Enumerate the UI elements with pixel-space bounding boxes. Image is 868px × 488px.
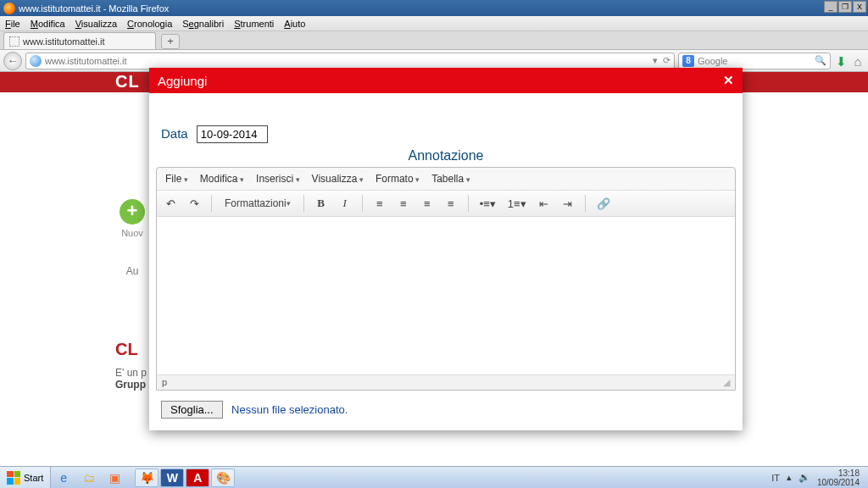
tab-label: www.istitutomattei.it: [23, 36, 105, 47]
lang-indicator[interactable]: IT: [771, 473, 780, 483]
align-right-button[interactable]: ≡: [417, 194, 437, 213]
editor-menu-tabella[interactable]: Tabella: [431, 173, 470, 185]
separator: [468, 195, 469, 212]
menu-segnalibri[interactable]: Segnalibri: [182, 19, 224, 29]
taskbar-explorer-icon[interactable]: 🗂: [77, 469, 101, 487]
taskbar-icons: e 🗂 ▣ 🦊 W A 🎨: [51, 467, 236, 488]
start-label: Start: [24, 473, 43, 483]
number-list-button[interactable]: 1≡▾: [504, 194, 531, 213]
italic-button[interactable]: I: [335, 194, 355, 213]
menu-cronologia[interactable]: Cronologia: [127, 19, 172, 29]
start-button[interactable]: Start: [0, 467, 51, 488]
redo-button[interactable]: ↷: [184, 194, 204, 213]
url-bar[interactable]: www.istitutomattei.it ▾ ⟳: [25, 53, 675, 69]
format-dropdown[interactable]: Formattazioni: [219, 194, 297, 213]
left-au-label: Au: [115, 265, 149, 277]
menu-visualizza[interactable]: Visualizza: [75, 19, 117, 29]
align-left-button[interactable]: ≡: [370, 194, 390, 213]
search-icon[interactable]: 🔍: [815, 55, 826, 66]
add-circle-icon[interactable]: +: [120, 199, 145, 225]
modal-header: Aggiungi ✕: [149, 68, 743, 93]
back-button[interactable]: ←: [3, 52, 22, 70]
editor-path: p: [162, 377, 167, 388]
editor-statusbar: p ◢: [157, 374, 735, 390]
menu-file[interactable]: File: [5, 19, 20, 29]
brand-fragment-top: CL: [115, 72, 140, 92]
separator: [303, 195, 304, 212]
search-bar[interactable]: 8 Google 🔍: [678, 53, 831, 69]
taskbar-adobe-icon[interactable]: A: [186, 469, 209, 487]
modal-title: Aggiungi: [158, 74, 207, 88]
rich-text-editor: File Modifica Inserisci Visualizza Forma…: [156, 167, 736, 391]
clock-time: 13:18: [817, 469, 860, 478]
clock[interactable]: 13:18 10/09/2014: [817, 469, 863, 487]
browser-tabstrip: www.istitutomattei.it +: [0, 31, 868, 50]
taskbar-ie-icon[interactable]: e: [52, 469, 75, 487]
browse-button[interactable]: Sfoglia...: [161, 401, 223, 419]
menu-modifica[interactable]: Modifica: [31, 19, 65, 29]
taskbar-paint-icon[interactable]: 🎨: [211, 469, 235, 487]
windows-logo-icon: [7, 471, 20, 485]
close-window-button[interactable]: X: [853, 1, 866, 13]
page-viewport: CL sci BINDA e classi + Nuov Au CL E' un…: [0, 72, 868, 466]
separator: [362, 195, 363, 212]
tab-favicon: [9, 36, 19, 47]
dropdown-icon[interactable]: ▾: [653, 55, 658, 66]
brand-fragment-mid: CL: [115, 340, 138, 359]
window-titlebar: www.istitutomattei.it - Mozilla Firefox …: [0, 0, 868, 16]
windows-taskbar: Start e 🗂 ▣ 🦊 W A 🎨 IT ▴ 🔉 13:18 10/09/2…: [0, 466, 868, 488]
editor-menu-visualizza[interactable]: Visualizza: [312, 173, 364, 185]
window-title: www.istitutomattei.it - Mozilla Firefox: [19, 3, 169, 14]
search-engine-icon: 8: [682, 55, 694, 67]
search-placeholder: Google: [698, 56, 727, 66]
url-text: www.istitutomattei.it: [45, 56, 127, 66]
maximize-button[interactable]: ❐: [838, 1, 852, 13]
home-button[interactable]: ⌂: [851, 54, 865, 68]
browser-menubar: File Modifica Visualizza Cronologia Segn…: [0, 16, 868, 31]
editor-canvas[interactable]: [157, 217, 735, 374]
clock-date: 10/09/2014: [817, 478, 860, 487]
eun-text: E' un p: [115, 367, 147, 379]
taskbar-word-icon[interactable]: W: [160, 469, 184, 487]
align-justify-button[interactable]: ≡: [441, 194, 461, 213]
align-center-button[interactable]: ≡: [393, 194, 414, 213]
date-row: Data: [161, 125, 736, 143]
editor-menu-formato[interactable]: Formato: [376, 173, 420, 185]
editor-menu-file[interactable]: File: [165, 173, 188, 185]
separator: [585, 195, 586, 212]
system-tray: IT ▴ 🔉 13:18 10/09/2014: [766, 467, 868, 488]
date-input[interactable]: [197, 125, 268, 143]
outdent-button[interactable]: ⇤: [534, 194, 554, 213]
annotazione-heading: Annotazione: [156, 148, 736, 164]
taskbar-media-icon[interactable]: ▣: [103, 469, 126, 487]
editor-menubar: File Modifica Inserisci Visualizza Forma…: [157, 168, 735, 191]
date-label: Data: [161, 126, 188, 141]
bullet-list-button[interactable]: •≡▾: [476, 194, 500, 213]
indent-button[interactable]: ⇥: [558, 194, 578, 213]
minimize-button[interactable]: _: [824, 1, 837, 13]
modal-aggiungi: Aggiungi ✕ Data Annotazione File Modific…: [149, 68, 743, 430]
tray-chevron-icon[interactable]: ▴: [787, 472, 792, 483]
new-tab-button[interactable]: +: [161, 34, 180, 49]
reload-icon[interactable]: ⟳: [663, 55, 670, 66]
taskbar-firefox-icon[interactable]: 🦊: [135, 469, 159, 487]
browser-tab-active[interactable]: www.istitutomattei.it: [3, 32, 156, 49]
undo-button[interactable]: ↶: [160, 194, 181, 213]
link-button[interactable]: 🔗: [593, 194, 615, 213]
globe-icon: [30, 55, 42, 67]
separator: [211, 195, 212, 212]
volume-icon[interactable]: 🔉: [798, 472, 810, 483]
close-icon[interactable]: ✕: [723, 73, 734, 88]
editor-menu-modifica[interactable]: Modifica: [200, 173, 244, 185]
firefox-icon: [3, 3, 15, 14]
left-column: + Nuov Au: [115, 199, 149, 277]
bold-button[interactable]: B: [311, 194, 331, 213]
resize-grip-icon[interactable]: ◢: [723, 377, 730, 388]
file-upload-row: Sfoglia... Nessun file selezionato.: [161, 401, 731, 419]
downloads-button[interactable]: ⬇: [834, 54, 848, 68]
file-status-text: Nessun file selezionato.: [231, 403, 348, 416]
menu-aiuto[interactable]: Aiuto: [284, 19, 305, 29]
left-nuov-label: Nuov: [115, 228, 149, 238]
editor-menu-inserisci[interactable]: Inserisci: [256, 173, 300, 185]
menu-strumenti[interactable]: Strumenti: [234, 19, 274, 29]
